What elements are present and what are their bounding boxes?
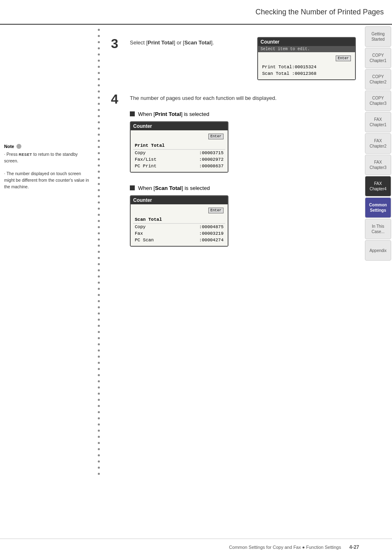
note-number-displayed: The number displayed [7, 171, 49, 176]
sidebar-tab-appendix[interactable]: Appendix [365, 240, 391, 261]
counter-select-row-scan: Scan Total :00012368 [261, 70, 353, 77]
counter-print-enter-btn[interactable]: Enter [208, 134, 224, 139]
counter-scan-title: Counter [131, 196, 228, 204]
counter-scan-section: Scan Total [133, 216, 225, 224]
step-4-content: The number of pages used for each functi… [130, 92, 356, 247]
counter-print-enter-row: Enter [133, 133, 225, 142]
counter-select-enter-btn[interactable]: Enter [336, 56, 351, 61]
sidebar-tab-fax-ch4[interactable]: FAXChapter4 [365, 176, 391, 197]
step-4-description: The number of pages used for each functi… [130, 92, 356, 103]
counter-select-print-total: Print Total:00015324 [262, 65, 316, 69]
counter-select-title: Counter [258, 38, 355, 46]
print-total-header: When [Print Total] is selected [130, 111, 356, 117]
sidebar-tab-copy-ch3[interactable]: COPYChapter3 [365, 90, 391, 111]
counter-print-ui: Counter Enter Print Total Copy :00003715 [130, 121, 228, 173]
counter-select-enter-row: Enter [261, 55, 353, 64]
counter-print-title: Counter [131, 122, 228, 130]
note-box: Note · Press RESET to return to the stan… [4, 144, 90, 190]
main-content: Note · Press RESET to return to the stan… [0, 25, 364, 539]
counter-scan-copy-val: :00004875 [199, 224, 224, 229]
counter-scan-row-pcscan: PC Scan :00004274 [133, 237, 225, 243]
print-total-bullet [130, 111, 135, 116]
counter-print-section: Print Total [133, 142, 225, 150]
counter-scan-fax-val: :00003219 [199, 231, 224, 236]
sidebar-tab-getting-started[interactable]: GettingStarted [365, 26, 391, 47]
counter-print-row-copy: Copy :00003715 [133, 150, 225, 156]
print-total-bold: Print Total [155, 111, 181, 117]
sidebar-tab-fax-ch2[interactable]: FAXChapter2 [365, 133, 391, 154]
counter-scan-body: Enter Scan Total Copy :00004875 Fax :000… [131, 204, 228, 246]
sidebar-tab-fax-ch1[interactable]: FAXChapter1 [365, 112, 391, 132]
counter-select-body: Enter Print Total:00015324 Scan Total :0… [258, 52, 355, 79]
counter-print-pc-val: :00008637 [199, 164, 224, 169]
scan-total-sub-step: When [Scan Total] is selected Counter En… [130, 185, 356, 247]
right-sidebar: GettingStarted COPYChapter1 COPYChapter2… [364, 25, 392, 539]
sidebar-tab-fax-ch3[interactable]: FAXChapter3 [365, 155, 391, 175]
print-total-sub-header-text: When [Print Total] is selected [138, 111, 209, 117]
step-4-number: 4 [111, 92, 123, 247]
page-title: Checking the Number of Printed Pages [256, 8, 384, 16]
step-3-text: Select [Print Total] or [Scan Total]. [130, 37, 251, 47]
scan-total-sub-header-text: When [Scan Total] is selected [138, 185, 210, 191]
counter-print-fax-val: :00002972 [199, 157, 224, 162]
sidebar-tab-common-settings[interactable]: CommonSettings [365, 197, 391, 218]
steps-area: 3 Select [Print Total] or [Scan Total]. … [99, 25, 364, 539]
counter-print-fax-key: Fax/List [135, 157, 157, 162]
page-header: Checking the Number of Printed Pages [0, 0, 392, 25]
page-footer: Common Settings for Copy and Fax ● Funct… [0, 539, 392, 555]
print-total-label: Print Total [148, 39, 173, 46]
print-total-sub-step: When [Print Total] is selected Counter E… [130, 111, 356, 173]
step-3-block: 3 Select [Print Total] or [Scan Total]. … [111, 37, 356, 80]
sidebar-tab-copy-ch1[interactable]: COPYChapter1 [365, 48, 391, 68]
counter-select-scan-total: Scan Total :00012368 [262, 71, 316, 76]
counter-scan-ui: Counter Enter Scan Total Copy :00004875 [130, 195, 228, 247]
counter-scan-enter-btn[interactable]: Enter [208, 208, 224, 213]
reset-bold: RESET [19, 153, 32, 157]
scan-total-bold: Scan Total [155, 185, 182, 191]
counter-scan-copy-key: Copy [135, 224, 145, 229]
counter-print-row-pc: PC Print :00008637 [133, 163, 225, 169]
note-icon [16, 144, 21, 149]
note-label: Note [4, 144, 90, 149]
counter-select-row-print: Print Total:00015324 [261, 64, 353, 70]
footer-text: Common Settings for Copy and Fax ● Funct… [229, 545, 341, 550]
scan-total-header: When [Scan Total] is selected [130, 185, 356, 191]
counter-print-copy-val: :00003715 [199, 150, 224, 155]
scan-total-label: Scan Total [184, 39, 211, 46]
counter-scan-row-copy: Copy :00004875 [133, 224, 225, 230]
step-4-block: 4 The number of pages used for each func… [111, 92, 356, 247]
counter-scan-enter-row: Enter [133, 207, 225, 216]
counter-print-copy-key: Copy [135, 150, 145, 155]
counter-scan-pcscan-key: PC Scan [135, 238, 154, 243]
note-text: · Press RESET to return to the standby s… [4, 151, 90, 190]
counter-select-ui: Counter Select item to edit. Enter Print… [257, 37, 356, 80]
counter-scan-row-fax: Fax :00003219 [133, 230, 225, 237]
counter-print-row-fax: Fax/List :00002972 [133, 156, 225, 163]
counter-select-subtitle: Select item to edit. [258, 46, 355, 52]
footer-page: 4-27 [349, 544, 359, 550]
sidebar-tab-copy-ch2[interactable]: COPYChapter2 [365, 69, 391, 90]
note-title: Note [4, 144, 14, 149]
counter-scan-fax-key: Fax [135, 231, 143, 236]
counter-scan-pcscan-val: :00004274 [199, 238, 224, 243]
counter-print-pc-key: PC Print [135, 164, 157, 169]
scan-total-bullet [130, 185, 135, 190]
left-margin: Note · Press RESET to return to the stan… [0, 25, 99, 539]
counter-print-body: Enter Print Total Copy :00003715 Fax/Lis… [131, 130, 228, 172]
step-3-number: 3 [111, 37, 123, 80]
sidebar-tab-in-this-case[interactable]: In ThisCase... [365, 219, 391, 239]
